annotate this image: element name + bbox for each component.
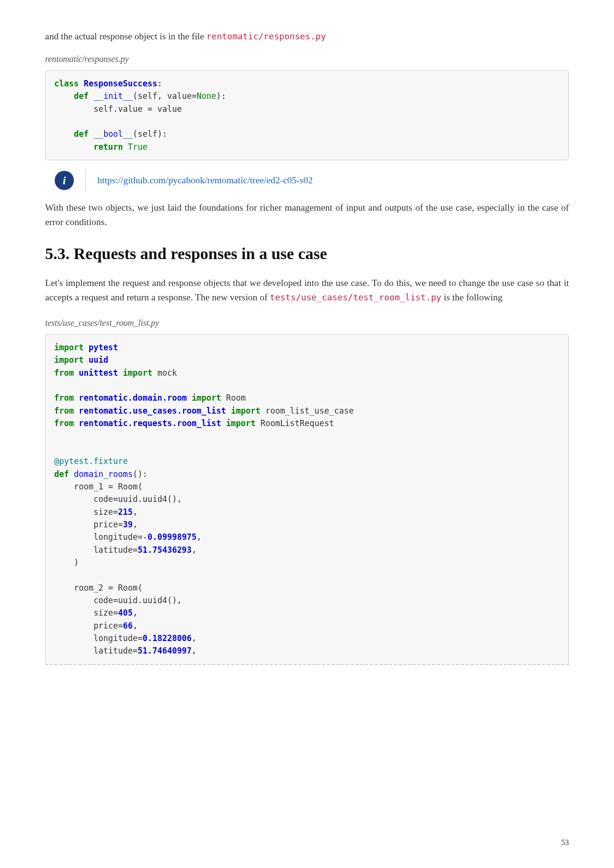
mod-room: rentomatic.domain.room <box>79 393 187 403</box>
lon-pre: longitude= <box>54 532 142 542</box>
lat-pre: latitude= <box>54 646 138 655</box>
keyword-class: class <box>54 79 79 88</box>
para-text-b: is the following <box>441 292 502 302</box>
intro-text-prefix: and the actual response object is in the… <box>45 31 206 41</box>
decorator: @pytest.fixture <box>54 456 128 466</box>
fn-domain-rooms: domain_rooms <box>74 469 133 479</box>
r1-price: 39 <box>123 520 132 529</box>
r2-lon: 0.18228006 <box>142 633 191 643</box>
indent <box>54 142 94 152</box>
comma: , <box>192 545 197 555</box>
price-pre: price= <box>54 621 123 630</box>
section-heading: 5.3. Requests and responses in a use cas… <box>45 241 569 267</box>
indent <box>54 129 74 139</box>
code-kw: code=uuid.uuid4(), <box>54 595 182 605</box>
sig: (self, value= <box>133 91 197 101</box>
kw-from: from <box>54 368 74 378</box>
kw-def: def <box>54 469 69 479</box>
kw-from: from <box>54 418 74 428</box>
keyword-def: def <box>74 91 89 101</box>
kw-import: import <box>123 368 152 378</box>
sig: (self): <box>133 129 167 139</box>
listing-2-title: tests/use_cases/test_room_list.py <box>45 316 569 330</box>
body: self.value = value <box>94 104 182 114</box>
info-callout: i https://github.com/pycabook/rentomatic… <box>45 170 569 191</box>
lat-pre: latitude= <box>54 545 138 555</box>
kw-from: from <box>54 406 74 416</box>
kw-import: import <box>226 418 255 428</box>
fn-sig: (): <box>133 469 148 479</box>
kw-import: import <box>54 355 83 365</box>
id-req: RoomListRequest <box>260 418 334 428</box>
keyword-return: return <box>94 142 123 152</box>
listing-1-title: rentomatic/responses.py <box>45 52 569 66</box>
info-glyph: i <box>63 171 66 190</box>
comma: , <box>133 608 138 618</box>
comma: , <box>133 621 138 630</box>
kw-import: import <box>231 406 260 416</box>
colon: : <box>157 79 162 88</box>
id-uc: room_list_use_case <box>265 406 354 416</box>
size-pre: size= <box>54 507 118 517</box>
r2-price: 66 <box>123 621 132 630</box>
para-inline-code: tests/use_cases/test_room_list.py <box>270 292 442 302</box>
kw-from: from <box>54 393 74 403</box>
r1-lat: 51.75436293 <box>138 545 192 555</box>
r1-lon: 0.09998975 <box>147 532 196 542</box>
r1-size: 215 <box>118 507 133 517</box>
price-pre: price= <box>54 520 123 529</box>
comma: , <box>192 633 197 643</box>
kw-import: import <box>192 393 221 403</box>
code-block-1: class ResponseSuccess: def __init__(self… <box>45 70 569 160</box>
info-link[interactable]: https://github.com/pycabook/rentomatic/t… <box>97 173 313 188</box>
code-block-2: import pytest import uuid from unittest … <box>45 334 569 665</box>
id-mock: mock <box>157 368 177 378</box>
comma: , <box>133 520 138 529</box>
r1-assign: room_1 = Room( <box>54 482 142 491</box>
mod-pytest: pytest <box>89 343 118 352</box>
divider <box>85 170 86 191</box>
space <box>123 142 128 152</box>
mod-uuid: uuid <box>89 355 108 365</box>
close: ): <box>216 91 226 101</box>
comma: , <box>192 646 197 655</box>
kw-import: import <box>54 343 83 352</box>
r2-lat: 51.74640997 <box>138 646 192 655</box>
lon-pre: longitude= <box>54 633 142 643</box>
none-literal: None <box>197 91 216 101</box>
indent <box>54 104 94 114</box>
indent <box>54 91 74 101</box>
r2-assign: room_2 = Room( <box>54 583 142 593</box>
section-intro-paragraph: Let's implement the request and response… <box>45 276 569 305</box>
class-name: ResponseSuccess <box>83 79 157 88</box>
intro-paragraph: and the actual response object is in the… <box>45 29 569 44</box>
paragraph-after-info: With these two objects, we just laid the… <box>45 201 569 229</box>
id-room: Room <box>226 393 246 403</box>
r2-size: 405 <box>118 608 133 618</box>
mod-uc: rentomatic.use_cases.room_list <box>79 406 226 416</box>
true-literal: True <box>128 142 148 152</box>
mod-req: rentomatic.requests.room_list <box>79 418 221 428</box>
info-icon: i <box>55 171 74 190</box>
intro-inline-code: rentomatic/responses.py <box>206 31 326 41</box>
size-pre: size= <box>54 608 118 618</box>
comma: , <box>133 507 138 517</box>
neg: - <box>142 532 147 542</box>
keyword-def: def <box>74 129 89 139</box>
close-paren: ) <box>54 558 79 567</box>
mod-unittest: unittest <box>79 368 118 378</box>
code-kw: code=uuid.uuid4(), <box>54 494 182 504</box>
comma: , <box>197 532 201 542</box>
fn-init: __init__ <box>94 91 133 101</box>
fn-bool: __bool__ <box>94 129 133 139</box>
